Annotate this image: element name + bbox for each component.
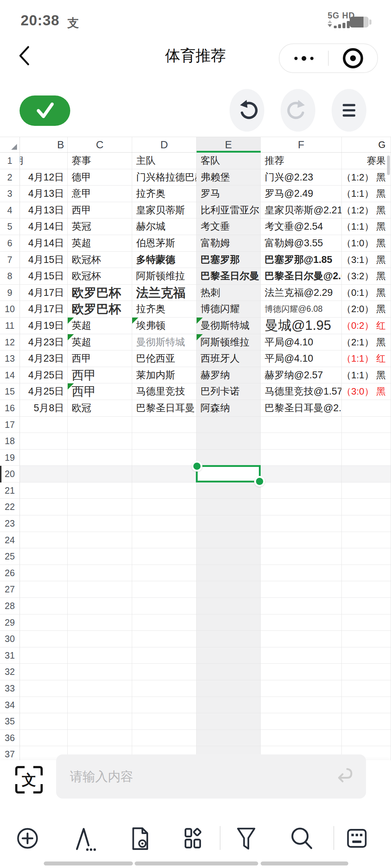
cell-E9[interactable]: 热刺 [197,285,261,301]
cell-B27[interactable] [20,581,68,597]
redo-button[interactable] [281,89,315,132]
cell-C1[interactable]: 赛事 [68,153,132,169]
cell-E22[interactable] [197,499,261,515]
cell-G3[interactable]: （1:1） 黑 [342,186,391,202]
column-header-G[interactable]: G [342,137,391,152]
cell-B21[interactable] [20,482,68,499]
cell-D23[interactable] [132,515,197,532]
cell-E15[interactable]: 巴列卡诺 [197,383,261,400]
cell-E2[interactable]: 弗赖堡 [197,169,261,186]
cell-E30[interactable] [197,631,261,647]
cell-E19[interactable] [197,450,261,466]
cell-F30[interactable] [261,631,342,647]
cell-C16[interactable]: 欧冠 [68,400,132,416]
cell-C30[interactable] [68,631,132,647]
cell-D20[interactable] [132,466,197,482]
row-header-7[interactable]: 7 [0,252,20,268]
cell-E24[interactable] [197,532,261,548]
cell-F31[interactable] [261,647,342,664]
cell-G10[interactable]: （2:0） 黑 [342,301,391,317]
cell-G4[interactable]: （1:2） 黑 [342,202,391,218]
cell-F21[interactable] [261,482,342,499]
cell-D29[interactable] [132,614,197,631]
cell-E32[interactable] [197,664,261,680]
cell-G19[interactable] [342,450,391,466]
cell-D19[interactable] [132,450,197,466]
cell-F4[interactable]: 皇家贝蒂斯@2.21 [261,202,342,218]
cell-B12[interactable]: 4月23日 [20,334,68,350]
cell-G25[interactable] [342,548,391,565]
cell-C21[interactable] [68,482,132,499]
cell-B3[interactable]: 4月13日 [20,186,68,202]
cell-F14[interactable]: 赫罗纳@2.57 [261,367,342,383]
menu-button[interactable] [332,89,366,132]
cell-B36[interactable] [20,730,68,746]
row-header-33[interactable]: 33 [0,680,20,697]
cell-F12[interactable]: 平局@4.10 [261,334,342,350]
cell-B28[interactable] [20,598,68,614]
cell-B25[interactable] [20,548,68,565]
cell-C28[interactable] [68,598,132,614]
cell-E25[interactable] [197,548,261,565]
row-header-4[interactable]: 4 [0,202,20,218]
row-header-15[interactable]: 15 [0,383,20,400]
cell-E14[interactable]: 赫罗纳 [197,367,261,383]
vertical-scrollbar[interactable] [387,156,390,175]
filter-button[interactable] [232,825,260,852]
cell-C19[interactable] [68,450,132,466]
content-input[interactable] [56,769,331,784]
cell-F26[interactable] [261,565,342,581]
cell-G8[interactable]: （3:2） 黑 [342,268,391,284]
cell-B34[interactable] [20,697,68,713]
row-header-37[interactable]: 37 [0,746,20,760]
cell-E11[interactable]: 曼彻斯特城 [197,318,261,334]
row-header-26[interactable]: 26 [0,565,20,581]
cell-E21[interactable] [197,482,261,499]
cell-D21[interactable] [132,482,197,499]
cell-D6[interactable]: 伯恩茅斯 [132,235,197,251]
cell-B13[interactable]: 4月23日 [20,350,68,367]
cell-E28[interactable] [197,598,261,614]
cell-C24[interactable] [68,532,132,548]
cell-C6[interactable]: 英超 [68,235,132,251]
row-header-19[interactable]: 19 [0,450,20,466]
cell-D26[interactable] [132,565,197,581]
cell-D1[interactable]: 主队 [132,153,197,169]
cell-G26[interactable] [342,565,391,581]
cell-F2[interactable]: 门兴@2.23 [261,169,342,186]
cell-F25[interactable] [261,548,342,565]
cell-B35[interactable] [20,713,68,729]
cell-F11[interactable]: 曼城@1.95 [261,318,342,334]
cell-C25[interactable] [68,548,132,565]
cell-D33[interactable] [132,680,197,697]
row-header-36[interactable]: 36 [0,730,20,746]
cell-G31[interactable] [342,647,391,664]
cell-F23[interactable] [261,515,342,532]
cell-F1[interactable]: 推荐 [261,153,342,169]
row-header-27[interactable]: 27 [0,581,20,597]
cell-C27[interactable] [68,581,132,597]
cell-C20[interactable] [68,466,132,482]
cell-C13[interactable]: 西甲 [68,350,132,367]
cell-G18[interactable] [342,433,391,449]
more-button[interactable] [279,44,328,72]
cell-G12[interactable]: （2:1） 黑 [342,334,391,350]
cell-F8[interactable]: 巴黎圣日尔曼@2.07 [261,268,342,284]
cell-B17[interactable] [20,417,68,433]
row-header-28[interactable]: 28 [0,598,20,614]
cell-E23[interactable] [197,515,261,532]
row-header-17[interactable]: 17 [0,417,20,433]
cell-F32[interactable] [261,664,342,680]
cell-B5[interactable]: 4月14日 [20,218,68,235]
row-header-25[interactable]: 25 [0,548,20,565]
cell-F35[interactable] [261,713,342,729]
cell-D31[interactable] [132,647,197,664]
row-header-18[interactable]: 18 [0,433,20,449]
row-header-8[interactable]: 8 [0,268,20,284]
cell-D28[interactable] [132,598,197,614]
cell-C17[interactable] [68,417,132,433]
cell-C26[interactable] [68,565,132,581]
column-header-F[interactable]: F [261,137,342,152]
font-format-button[interactable] [70,825,98,852]
selection-handle-top-left[interactable] [192,461,202,472]
